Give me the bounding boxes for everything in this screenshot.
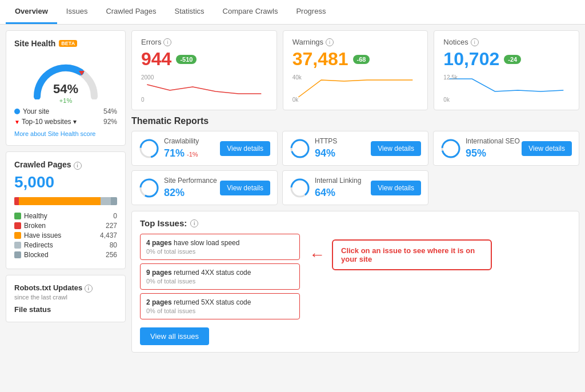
- bar-redirects: [101, 197, 111, 205]
- legend-healthy: Healthy 0: [14, 212, 117, 220]
- top-issues-header: Top Issues: i: [140, 218, 571, 228]
- errors-card: Errors i 944 -510 2000 0: [131, 30, 277, 110]
- legend-have-issues: Have issues 4,437: [14, 231, 117, 239]
- issue-item-0[interactable]: 4 pages have slow load speed 0% of total…: [140, 234, 300, 260]
- notices-badge: -24: [504, 55, 521, 64]
- issues-list: 4 pages have slow load speed 0% of total…: [140, 234, 300, 345]
- crawlability-circle: [139, 138, 159, 159]
- bar-broken: [14, 197, 19, 205]
- legend-redirects: Redirects 80: [14, 241, 117, 249]
- top10-dropdown-icon[interactable]: ▾: [73, 118, 77, 126]
- site-health-card: Site Health BETA 54% +1%: [6, 30, 126, 146]
- internal-linking-view-btn[interactable]: View details: [371, 181, 421, 195]
- issue-text-2: 2 pages returned 5XX status code: [146, 298, 294, 306]
- intl-seo-view-btn[interactable]: View details: [522, 141, 572, 156]
- your-site-dot: [14, 109, 20, 114]
- thematic-title: Thematic Reports: [131, 116, 579, 126]
- svg-point-4: [291, 140, 308, 157]
- https-circle: [290, 138, 310, 159]
- svg-point-6: [442, 140, 459, 157]
- top-issues-info-icon[interactable]: i: [190, 219, 198, 227]
- tab-issues[interactable]: Issues: [57, 0, 97, 24]
- errors-badge: -510: [176, 55, 197, 64]
- red-arrow-icon: ←: [309, 246, 325, 264]
- https-view-btn[interactable]: View details: [371, 141, 421, 156]
- crawlability-view-btn[interactable]: View details: [220, 141, 270, 156]
- notices-card: Notices i 10,702 -24 12.5k 0k: [434, 30, 579, 110]
- sidebar: Site Health BETA 54% +1%: [6, 30, 126, 385]
- legend-top10: ▼ Top-10 websites ▾ 92%: [14, 118, 117, 126]
- thematic-reports-section: Thematic Reports Crawlability 71%: [131, 116, 579, 205]
- file-status: File status: [14, 305, 117, 314]
- thematic-international-seo: International SEO 95% View details: [433, 131, 579, 166]
- errors-chart: 2000 0: [141, 74, 267, 103]
- intl-seo-circle: [440, 138, 461, 159]
- issue-item-1[interactable]: 9 pages returned 4XX status code 0% of t…: [140, 263, 300, 290]
- issues-and-arrow: 4 pages have slow load speed 0% of total…: [140, 234, 571, 345]
- issue-text-0: 4 pages have slow load speed: [146, 239, 294, 247]
- warnings-label: Warnings i: [292, 38, 419, 46]
- crawled-info-icon[interactable]: i: [74, 162, 82, 170]
- internal-linking-circle: [290, 178, 310, 198]
- notices-chart: 12.5k 0k: [443, 74, 570, 103]
- tab-bar: Overview Issues Crawled Pages Statistics…: [0, 0, 585, 25]
- view-all-issues-btn[interactable]: View all issues: [140, 327, 209, 345]
- thematic-internal-linking: Internal Linking 64% View details: [282, 170, 428, 205]
- gauge-change: +1%: [59, 97, 72, 104]
- robots-info-icon[interactable]: i: [85, 285, 93, 293]
- gauge-container: 54% +1%: [29, 54, 103, 99]
- crawled-legend: Healthy 0 Broken 227 Have issues 4,437 R…: [14, 212, 117, 259]
- legend-blocked: Blocked 256: [14, 251, 117, 259]
- crawled-count: 5,000: [14, 173, 117, 191]
- thematic-site-performance: Site Performance 82% View details: [131, 170, 278, 205]
- robots-title: Robots.txt Updates i: [14, 283, 117, 293]
- site-health-title: Site Health BETA: [14, 39, 117, 48]
- tab-overview[interactable]: Overview: [6, 0, 57, 24]
- main-layout: Site Health BETA 54% +1%: [0, 25, 585, 390]
- warnings-value: 37,481 -68: [292, 49, 419, 70]
- legend-your-site: Your site 54%: [14, 107, 117, 115]
- thematic-grid: Crawlability 71% -1% View details: [131, 131, 579, 205]
- beta-badge: BETA: [59, 40, 77, 47]
- notices-info-icon[interactable]: i: [471, 38, 479, 46]
- issue-sub-1: 0% of total issues: [146, 278, 294, 285]
- issue-item-2[interactable]: 2 pages returned 5XX status code 0% of t…: [140, 293, 300, 319]
- warnings-card: Warnings i 37,481 -68 40k 0k: [283, 30, 428, 110]
- notices-label: Notices i: [443, 38, 570, 46]
- notices-value: 10,702 -24: [443, 49, 570, 70]
- thematic-https: HTTPS 94% View details: [282, 131, 428, 166]
- arrow-callout: ← Click on an issue to see where it is o…: [309, 239, 492, 270]
- content-area: Errors i 944 -510 2000 0 Warn: [126, 30, 579, 385]
- tab-progress[interactable]: Progress: [287, 0, 335, 24]
- tab-statistics[interactable]: Statistics: [166, 0, 214, 24]
- errors-info-icon[interactable]: i: [163, 38, 171, 46]
- gauge-percent: 54%: [53, 82, 78, 97]
- issue-sub-2: 0% of total issues: [146, 307, 294, 314]
- stats-row: Errors i 944 -510 2000 0 Warn: [131, 30, 579, 110]
- more-about-site-health[interactable]: More about Site Health score: [14, 130, 117, 137]
- crawled-pages-title: Crawled Pages i: [14, 160, 117, 170]
- robots-sub: since the last crawl: [14, 294, 117, 301]
- site-perf-circle: [139, 178, 159, 198]
- top-issues-section: Top Issues: i 4 pages have slow load spe…: [131, 211, 579, 353]
- tab-compare-crawls[interactable]: Compare Crawls: [214, 0, 287, 24]
- warnings-info-icon[interactable]: i: [326, 38, 334, 46]
- top10-arrow-icon: ▼: [14, 119, 20, 125]
- issue-text-1: 9 pages returned 4XX status code: [146, 269, 294, 277]
- thematic-crawlability: Crawlability 71% -1% View details: [131, 131, 278, 166]
- robots-card: Robots.txt Updates i since the last craw…: [6, 275, 126, 322]
- errors-value: 944 -510: [141, 49, 267, 70]
- crawled-pages-card: Crawled Pages i 5,000 Healthy 0 Broken 2…: [6, 151, 126, 269]
- bar-issues: [19, 197, 100, 205]
- issue-sub-0: 0% of total issues: [146, 248, 294, 255]
- crawled-bar: [14, 197, 117, 205]
- warnings-chart: 40k 0k: [292, 74, 419, 103]
- callout-box: Click on an issue to see where it is on …: [332, 239, 492, 270]
- site-health-legend: Your site 54% ▼ Top-10 websites ▾ 92%: [14, 107, 117, 126]
- warnings-badge: -68: [353, 55, 370, 64]
- errors-label: Errors i: [141, 38, 267, 46]
- legend-broken: Broken 227: [14, 222, 117, 230]
- tab-crawled-pages[interactable]: Crawled Pages: [97, 0, 165, 24]
- bar-blocked: [111, 197, 117, 205]
- site-perf-view-btn[interactable]: View details: [220, 181, 270, 195]
